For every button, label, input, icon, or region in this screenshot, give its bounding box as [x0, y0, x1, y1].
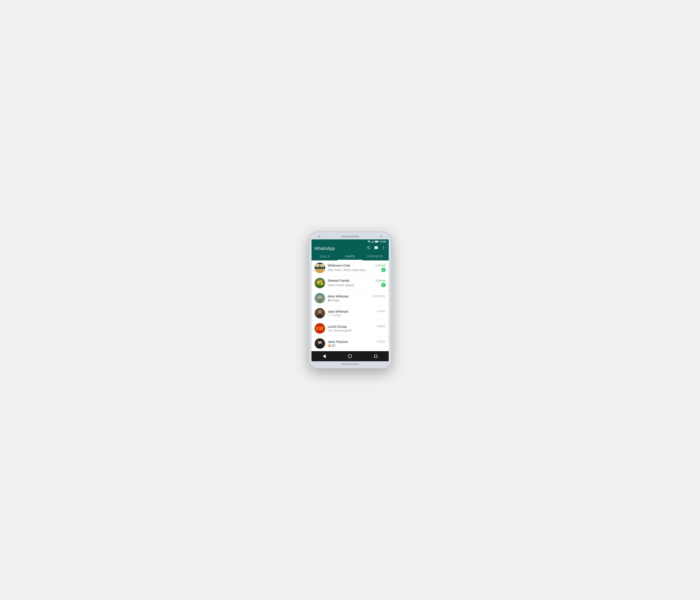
chat-name-jack: Jack Whitman — [328, 309, 348, 313]
chat-time-alice: YESTERDAY — [371, 295, 385, 298]
avatar-whitmans — [315, 262, 325, 273]
avatar-lunch: EAT — [315, 323, 325, 334]
chat-name-alice: Alice Whitman — [328, 294, 349, 298]
tab-chats[interactable]: CHATS — [338, 253, 362, 260]
chat-item-lunch[interactable]: EAT Lunch Group FRIDAY You: Sounds good! — [311, 321, 389, 336]
svg-point-8 — [383, 246, 384, 247]
front-sensor — [380, 235, 382, 238]
tabs-bar: CALLS CHATS CONTACTS — [311, 253, 389, 260]
tab-contacts[interactable]: CONTACTS — [362, 253, 388, 260]
front-camera — [318, 235, 320, 238]
svg-rect-1 — [371, 242, 372, 243]
avatar-alice — [315, 293, 325, 303]
chat-preview-lunch: You: Sounds good! — [328, 329, 352, 332]
avatar-jack — [315, 308, 325, 319]
svg-point-20 — [320, 280, 322, 282]
chat-list: Whitmans Chat 11:45 AM Ned: Yeah, I thin… — [311, 260, 389, 351]
svg-rect-4 — [373, 241, 374, 243]
status-icons: 11:50 — [368, 240, 386, 243]
phone-device: 11:50 WhatsApp — [308, 231, 392, 369]
svg-rect-16 — [315, 269, 325, 273]
chat-time-lunch: FRIDAY — [377, 325, 385, 328]
chat-content-stewart: Stewart Family 11:39 AM Steve: Great, th… — [328, 279, 385, 287]
svg-rect-2 — [372, 242, 373, 243]
chat-preview-jack: ✓✓ 0:07 — [328, 314, 341, 317]
chat-preview-whitmans: Ned: Yeah, I think I know wha... — [328, 268, 368, 272]
chat-time-whitmans: 11:45 AM — [375, 264, 385, 267]
app-header: WhatsApp — [311, 244, 389, 253]
tab-calls[interactable]: CALLS — [312, 253, 338, 260]
android-nav-bar — [311, 351, 389, 361]
home-button[interactable] — [348, 354, 352, 359]
svg-point-22 — [321, 283, 323, 285]
phone-top-bar — [311, 235, 389, 238]
chat-content-jack: Jack Whitman FRIDAY ✓✓ 0:07 — [328, 309, 385, 317]
speaker — [341, 236, 359, 238]
recents-button[interactable] — [373, 354, 378, 359]
wifi-icon — [368, 241, 371, 243]
chat-content-whitmans: Whitmans Chat 11:45 AM Ned: Yeah, I thin… — [328, 264, 385, 272]
back-button[interactable] — [322, 354, 327, 359]
svg-rect-15 — [319, 265, 321, 266]
chat-content-lunch: Lunch Group FRIDAY You: Sounds good! — [328, 325, 385, 332]
chat-time-stewart: 11:39 AM — [375, 279, 385, 282]
svg-point-0 — [369, 242, 369, 243]
chat-item-jack[interactable]: Jack Whitman FRIDAY ✓✓ 0:07 — [311, 306, 389, 321]
avatar-stewart: 🌼 — [315, 278, 325, 288]
chat-item-whitmans[interactable]: Whitmans Chat 11:45 AM Ned: Yeah, I thin… — [311, 260, 389, 276]
bottom-bar — [341, 364, 359, 365]
svg-point-26 — [318, 310, 322, 314]
badge-stewart: 1 — [381, 283, 385, 287]
signal-icon — [371, 241, 374, 243]
search-icon[interactable] — [367, 246, 371, 251]
svg-point-19 — [318, 281, 320, 283]
status-time: 11:50 — [380, 240, 386, 243]
header-icons — [367, 246, 385, 251]
svg-text:EAT: EAT — [316, 326, 324, 331]
chat-time-jack: FRIDAY — [377, 310, 385, 312]
chat-preview-stewart: Steve: Great, thanks! — [328, 283, 354, 287]
chat-name-jane: Jane Pearson — [328, 340, 348, 344]
chat-content-alice: Alice Whitman YESTERDAY Image — [328, 294, 385, 302]
svg-point-9 — [383, 248, 384, 248]
phone-bottom-physical — [311, 364, 389, 365]
chat-item-jane[interactable]: Jane Pearson FRIDAY 🔥 💬 — [311, 336, 389, 351]
chat-preview-jane: 🔥 💬 — [328, 344, 335, 347]
app-title: WhatsApp — [315, 246, 335, 251]
status-bar: 11:50 — [311, 240, 389, 244]
battery-icon — [375, 241, 379, 243]
chat-name-whitmans: Whitmans Chat — [328, 264, 350, 267]
home-icon — [348, 354, 352, 358]
svg-rect-7 — [378, 241, 379, 242]
chat-name-lunch: Lunch Group — [328, 325, 347, 328]
chat-name-stewart: Stewart Family — [328, 279, 349, 282]
chat-item-alice[interactable]: Alice Whitman YESTERDAY Image — [311, 291, 389, 306]
svg-rect-3 — [373, 241, 373, 243]
avatar-jane — [315, 338, 325, 349]
compose-icon[interactable] — [374, 246, 378, 251]
mic-icon — [332, 314, 335, 317]
recents-icon — [374, 355, 377, 358]
phone-screen: 11:50 WhatsApp — [311, 240, 389, 361]
back-icon — [323, 354, 326, 358]
chat-time-jane: FRIDAY — [377, 340, 385, 343]
double-tick-icon: ✓✓ — [328, 314, 332, 317]
chat-content-jane: Jane Pearson FRIDAY 🔥 💬 — [328, 340, 385, 347]
badge-whitmans: 3 — [381, 268, 385, 272]
more-menu-icon[interactable] — [382, 246, 385, 251]
camera-icon — [328, 299, 331, 301]
chat-item-stewart[interactable]: 🌼 Stewart Family 11:39 AM Steve: Great, … — [311, 276, 389, 291]
svg-rect-6 — [375, 241, 378, 242]
chat-preview-alice: Image — [328, 299, 340, 302]
svg-point-10 — [383, 249, 384, 249]
